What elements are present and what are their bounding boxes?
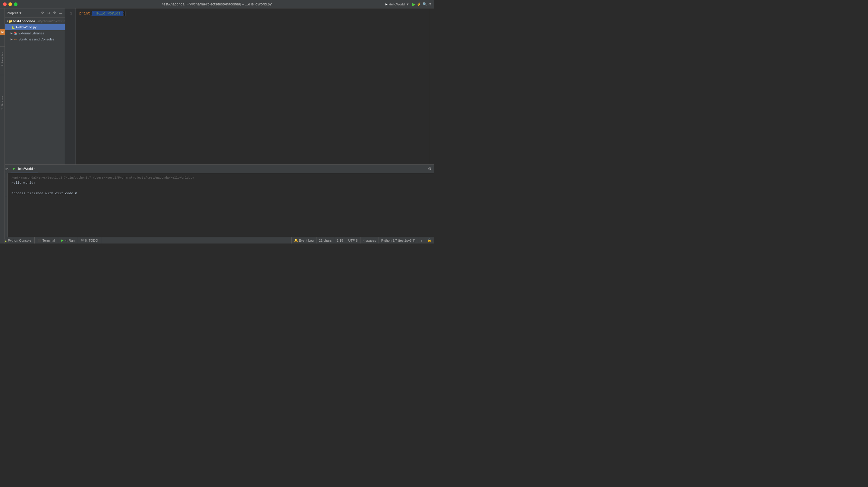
- run-panel-container: Run: ▶ HelloWorld × ⚙ ▶ ■ ↺ ⇧: [0, 165, 434, 237]
- todo-label: 6: TODO: [85, 239, 98, 242]
- status-position[interactable]: 1:19: [334, 237, 345, 244]
- lf-icon: ↑: [421, 239, 423, 242]
- right-gutter: [430, 8, 434, 171]
- run-status-button[interactable]: ▶ 4: Run: [58, 237, 78, 244]
- status-lf[interactable]: ↑: [418, 237, 425, 244]
- ai-label: Ai: [1, 30, 4, 33]
- run-tab-icon: ▶: [13, 167, 16, 170]
- root-expand-arrow[interactable]: ▼: [6, 19, 9, 23]
- main-layout: Ai 2: Favorites 2: Structure Project ▼ ⟳…: [0, 8, 434, 244]
- run-output: /opt/anaconda3/envs/test1py3.7/bin/pytho…: [8, 173, 434, 237]
- editor-content[interactable]: 1 print("Hello World!"): [65, 8, 430, 171]
- ai-icon[interactable]: Ai: [0, 29, 5, 35]
- library-icon: 📚: [13, 31, 18, 35]
- file-python-icon: 🐍: [11, 25, 15, 29]
- collapse-icon[interactable]: ⊟: [46, 10, 51, 16]
- run-panel-settings[interactable]: ⚙: [428, 167, 432, 171]
- line-numbers: 1: [65, 8, 76, 171]
- root-folder-icon: 📁: [9, 19, 12, 23]
- run-config-arrow: ▼: [406, 2, 409, 6]
- root-path: ~/PycharmProjects/testAnaconda: [36, 20, 65, 23]
- status-indent[interactable]: 4 spaces: [360, 237, 378, 244]
- run-with-coverage-button[interactable]: ⚡: [417, 2, 421, 6]
- code-string: "Hello World!": [92, 11, 123, 16]
- terminal-label: Terminal: [42, 239, 55, 242]
- output-command: /opt/anaconda3/envs/test1py3.7/bin/pytho…: [11, 176, 430, 180]
- line-number-1: 1: [65, 11, 74, 16]
- run-tab-close[interactable]: ×: [34, 167, 36, 170]
- status-bar: 🐍 Python Console ⬛ Terminal ▶ 4: Run ☑ 6…: [0, 237, 434, 244]
- scratch-arrow[interactable]: ▶: [10, 37, 13, 41]
- status-chars: 21 chars: [316, 237, 334, 244]
- traffic-lights: [3, 2, 18, 6]
- structure-vertical-tab[interactable]: 2: Structure: [1, 96, 4, 110]
- external-libraries-label: External Libraries: [19, 31, 44, 35]
- project-dropdown-arrow[interactable]: ▼: [19, 11, 22, 15]
- output-line3: Process finished with exit code 0: [11, 191, 430, 196]
- sync-icon[interactable]: ⟳: [40, 10, 45, 16]
- status-left: 🐍 Python Console ⬛ Terminal ▶ 4: Run ☑ 6…: [0, 237, 101, 244]
- lock-icon: 🔒: [427, 238, 432, 242]
- run-tab-name: HelloWorld: [17, 167, 33, 170]
- project-toolbar: Project ▼ ⟳ ⊟ ⚙ —: [5, 8, 65, 18]
- settings-button[interactable]: ⚙: [428, 2, 432, 6]
- scratch-icon: ✏: [13, 37, 18, 41]
- run-button[interactable]: ▶: [412, 2, 415, 7]
- code-print-keyword: print: [79, 11, 90, 16]
- ext-lib-arrow[interactable]: ▶: [10, 31, 13, 35]
- output-line1: Hello World!: [11, 180, 430, 186]
- run-config-dropdown[interactable]: ▶ HelloWorld ▼: [384, 2, 411, 7]
- status-right: 🔔 Event Log 21 chars 1:19 UTF-8 4 spaces…: [291, 237, 434, 244]
- code-close-paren: ): [123, 11, 125, 16]
- todo-button[interactable]: ☑ 6: TODO: [78, 237, 101, 244]
- hide-panel-icon[interactable]: —: [58, 10, 63, 16]
- run-tab-helloworld[interactable]: ▶ HelloWorld ×: [10, 165, 38, 173]
- tree-file-helloworld[interactable]: 🐍 HelloWorld.py: [5, 24, 65, 30]
- run-status-label: 4: Run: [65, 239, 74, 242]
- tree-external-libraries[interactable]: ▶ 📚 External Libraries: [5, 30, 65, 36]
- terminal-button[interactable]: ⬛ Terminal: [35, 237, 59, 244]
- editor-area: ▶ HelloWorld ▼ ▶ ⚡ 🔍 ⚙ 🐍 HelloWorld.py ×…: [65, 8, 434, 244]
- settings-icon[interactable]: ⚙: [52, 10, 57, 16]
- minimize-button[interactable]: [8, 2, 12, 6]
- root-name: testAnaconda: [13, 19, 35, 23]
- code-editor[interactable]: print("Hello World!"): [76, 8, 430, 171]
- maximize-button[interactable]: [14, 2, 18, 6]
- run-config-name: HelloWorld: [389, 2, 405, 6]
- text-cursor: [125, 11, 125, 16]
- run-content: ▶ ■ ↺ ⇧ ↡ ⎙ 🗑 /opt/anaconda3/envs/test1p…: [0, 173, 434, 237]
- output-line2: [11, 186, 430, 191]
- python-console-button[interactable]: 🐍 Python Console: [0, 237, 35, 244]
- run-panel: Run: ▶ HelloWorld × ⚙ ▶ ■ ↺ ⇧: [0, 165, 434, 237]
- run-icon-small: ▶: [385, 3, 388, 6]
- scratches-label: Scratches and Consoles: [19, 37, 54, 41]
- status-readonly-toggle[interactable]: 🔒: [425, 237, 434, 244]
- status-encoding[interactable]: UTF-8: [346, 237, 360, 244]
- close-button[interactable]: [3, 2, 7, 6]
- favorites-vertical-tab[interactable]: 2: Favorites: [1, 52, 4, 66]
- tree-root[interactable]: ▼ 📁 testAnaconda ~/PycharmProjects/testA…: [5, 18, 65, 24]
- project-panel-title: Project ▼: [7, 11, 39, 15]
- status-event-log[interactable]: 🔔 Event Log: [291, 237, 316, 244]
- search-everywhere-button[interactable]: 🔍: [423, 2, 427, 6]
- python-console-label: Python Console: [8, 239, 31, 242]
- event-log-icon: 🔔: [294, 239, 298, 242]
- status-python-version[interactable]: Python 3.7 (test1py3.7): [378, 237, 418, 244]
- tree-scratches[interactable]: ▶ ✏ Scratches and Consoles: [5, 36, 65, 42]
- run-header: Run: ▶ HelloWorld × ⚙: [0, 165, 434, 173]
- terminal-icon: ⬛: [38, 239, 41, 242]
- window-title: testAnaconda [~/PycharmProjects/testAnac…: [162, 2, 272, 6]
- titlebar: testAnaconda [~/PycharmProjects/testAnac…: [0, 0, 434, 8]
- file-helloworld-label: HelloWorld.py: [16, 25, 36, 29]
- todo-icon: ☑: [81, 239, 84, 242]
- run-status-icon: ▶: [61, 239, 64, 242]
- code-open-paren: (: [90, 11, 92, 16]
- code-line-1: print("Hello World!"): [79, 11, 426, 16]
